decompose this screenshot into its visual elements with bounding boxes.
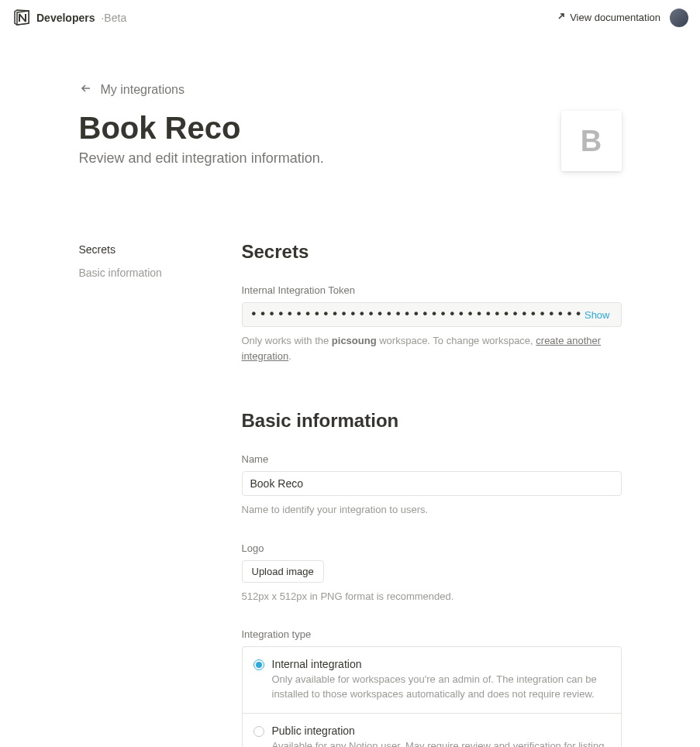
- radio-title: Internal integration: [272, 658, 610, 670]
- header-left: Developers ·Beta: [12, 8, 126, 28]
- integration-type-field: Integration type Internal integration On…: [242, 628, 622, 747]
- radio-desc: Only available for workspaces you're an …: [272, 673, 610, 702]
- secrets-section: Secrets Internal Integration Token •••••…: [242, 241, 622, 363]
- name-input[interactable]: [242, 471, 622, 496]
- sidebar-item-secrets[interactable]: Secrets: [79, 241, 211, 258]
- integration-type-radio-group: Internal integration Only available for …: [242, 646, 622, 747]
- sidebar-item-label: Basic information: [79, 267, 162, 279]
- token-box: ••••••••••••••••••••••••••••••••••••••••…: [242, 302, 622, 327]
- sidebar: Secrets Basic information: [79, 241, 211, 747]
- logo-label: Logo: [242, 542, 622, 554]
- basic-info-section: Basic information Name Name to identify …: [242, 410, 622, 747]
- logo-helper: 512px x 512px in PNG format is recommend…: [242, 589, 622, 604]
- radio-content: Public integration Available for any Not…: [272, 725, 610, 747]
- content-layout: Secrets Basic information Secrets Intern…: [79, 241, 622, 747]
- basic-info-heading: Basic information: [242, 410, 622, 432]
- breadcrumb-back[interactable]: My integrations: [79, 81, 622, 98]
- show-token-button[interactable]: Show: [581, 309, 613, 321]
- helper-pre: Only works with the: [242, 335, 332, 346]
- radio-option-internal[interactable]: Internal integration Only available for …: [243, 647, 621, 714]
- radio-title: Public integration: [272, 725, 610, 737]
- helper-mid: workspace. To change workspace,: [377, 335, 536, 346]
- radio-icon: [253, 726, 264, 737]
- beta-label: ·Beta: [101, 12, 126, 24]
- main-panel: Secrets Internal Integration Token •••••…: [242, 241, 622, 747]
- sidebar-item-label: Secrets: [79, 243, 116, 256]
- integration-icon: B: [561, 111, 622, 171]
- name-label: Name: [242, 453, 622, 465]
- user-avatar[interactable]: [670, 9, 688, 27]
- helper-post: .: [288, 350, 291, 362]
- page-title: Book Reco: [79, 111, 561, 146]
- breadcrumb-label: My integrations: [101, 83, 185, 97]
- workspace-name: picsoung: [332, 335, 377, 346]
- token-field: Internal Integration Token •••••••••••••…: [242, 284, 622, 363]
- arrow-left-icon: [79, 81, 93, 98]
- radio-content: Internal integration Only available for …: [272, 658, 610, 702]
- notion-logo-icon[interactable]: [12, 8, 32, 28]
- developers-label: Developers: [36, 12, 95, 24]
- radio-option-public[interactable]: Public integration Available for any Not…: [243, 714, 621, 747]
- main-content: My integrations Book Reco Review and edi…: [64, 35, 637, 747]
- radio-desc: Available for any Notion user. May requi…: [272, 739, 610, 747]
- upload-image-button[interactable]: Upload image: [242, 560, 324, 583]
- external-link-icon: [557, 12, 566, 23]
- name-helper: Name to identify your integration to use…: [242, 502, 622, 518]
- header: Developers ·Beta View documentation: [0, 0, 700, 35]
- view-docs-link[interactable]: View documentation: [557, 12, 660, 23]
- token-value: ••••••••••••••••••••••••••••••••••••••••…: [250, 308, 581, 321]
- header-right: View documentation: [557, 9, 688, 27]
- view-docs-label: View documentation: [570, 12, 660, 23]
- name-field: Name Name to identify your integration t…: [242, 453, 622, 518]
- logo-field: Logo Upload image 512px x 512px in PNG f…: [242, 542, 622, 604]
- integration-type-label: Integration type: [242, 628, 622, 640]
- page-header: Book Reco Review and edit integration in…: [79, 111, 622, 171]
- page-subtitle: Review and edit integration information.: [79, 150, 561, 167]
- sidebar-item-basic-info[interactable]: Basic information: [79, 264, 211, 281]
- secrets-heading: Secrets: [242, 241, 622, 263]
- radio-icon: [253, 659, 264, 670]
- page-header-text: Book Reco Review and edit integration in…: [79, 111, 561, 167]
- token-helper-text: Only works with the picsoung workspace. …: [242, 333, 622, 363]
- token-label: Internal Integration Token: [242, 284, 622, 296]
- integration-icon-letter: B: [581, 125, 602, 158]
